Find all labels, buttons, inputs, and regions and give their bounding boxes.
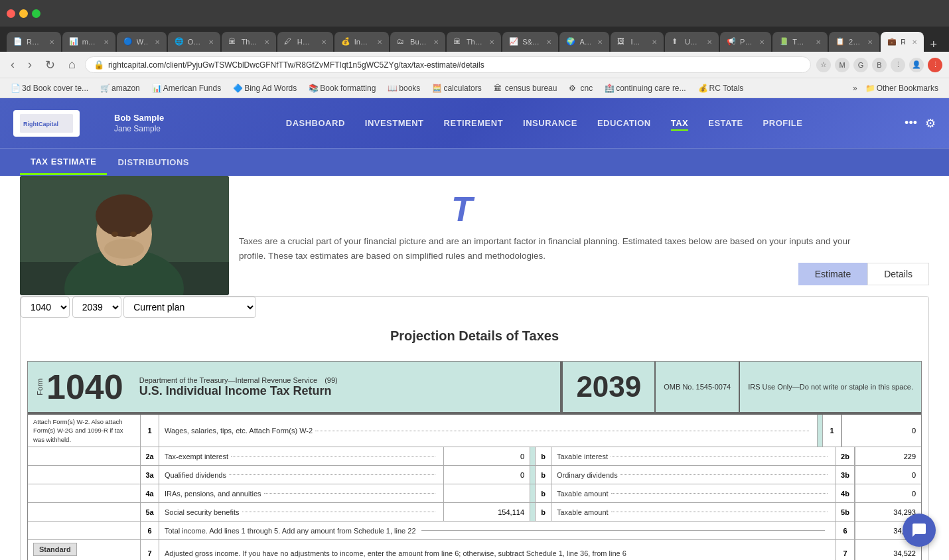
profile-icon[interactable]: 👤 bbox=[909, 58, 924, 72]
bookmark-cnc[interactable]: ⚙cnc bbox=[565, 82, 597, 94]
row-desc-2a: Tax-exempt interest bbox=[159, 447, 444, 465]
standard-badge: Standard bbox=[33, 543, 77, 556]
sub-nav-distributions[interactable]: DISTRIBUTIONS bbox=[107, 151, 200, 174]
bookmark-census[interactable]: 🏛census bureau bbox=[490, 82, 561, 94]
form-1040: Form 1040 Department of the Treasury—Int… bbox=[27, 361, 922, 560]
nav-investment[interactable]: INVESTMENT bbox=[365, 115, 424, 131]
plan-dropdown[interactable]: Current plan bbox=[123, 297, 256, 318]
browser-tab-t5[interactable]: 🏛The U✕ bbox=[222, 32, 276, 52]
details-button[interactable]: Details bbox=[867, 263, 929, 285]
row-num-right-5b: 5b bbox=[836, 503, 855, 521]
row-full-6: Total income. Add lines 1 through 5. Add… bbox=[159, 522, 836, 539]
browser-tab-t11[interactable]: 🌍Afric✕ bbox=[559, 32, 609, 52]
logo-area: RightCapital bbox=[13, 110, 80, 137]
extensions-menu[interactable]: ⋮ bbox=[891, 58, 905, 72]
nav-insurance[interactable]: INSURANCE bbox=[523, 115, 577, 131]
bookmark-continuing-care[interactable]: 🏥continuing care re... bbox=[601, 82, 690, 94]
nav-dashboard[interactable]: DASHBOARD bbox=[286, 115, 345, 131]
browser-tab-t1[interactable]: 📄Retire✕ bbox=[7, 32, 61, 52]
bookmark-books[interactable]: 📖books bbox=[384, 82, 424, 94]
browser-tab-t13[interactable]: ⬆Uploa✕ bbox=[665, 32, 719, 52]
bookmark-rc-totals[interactable]: 💰RC Totals bbox=[694, 82, 748, 94]
nav-tax[interactable]: TAX bbox=[671, 115, 689, 131]
lock-icon: 🔒 bbox=[94, 60, 104, 70]
row-b-desc-2: Taxable interest bbox=[551, 447, 836, 465]
svg-text:RightCapital: RightCapital bbox=[23, 121, 58, 127]
sub-nav-tax-estimate[interactable]: TAX ESTIMATE bbox=[20, 150, 107, 175]
estimate-button[interactable]: Estimate bbox=[798, 263, 867, 285]
browser-tab-t10[interactable]: 📈S&P E✕ bbox=[502, 32, 558, 52]
extension-icon-3[interactable]: B bbox=[872, 58, 887, 72]
address-bar[interactable]: 🔒 rightcapital.com/client/PyjuGwTSWCblDw… bbox=[85, 56, 811, 73]
browser-tab-t15[interactable]: 📗Two B✕ bbox=[772, 32, 828, 52]
extension-icon-1[interactable]: M bbox=[835, 58, 849, 72]
browser-chrome: 📄Retire✕ 📊mann✕ 🔵Why✕ 🌐Optin✕ 🏛The U✕ 🖊H… bbox=[0, 0, 949, 98]
reload-button[interactable]: ↻ bbox=[41, 56, 59, 74]
back-button[interactable]: ‹ bbox=[7, 56, 19, 73]
bookmark-bing-adwords[interactable]: 🔷Bing Ad Words bbox=[229, 82, 301, 94]
bookmark-american-funds[interactable]: 📊American Funds bbox=[148, 82, 225, 94]
home-button[interactable]: ⌂ bbox=[64, 56, 80, 73]
nav-retirement[interactable]: RETIREMENT bbox=[444, 115, 504, 131]
row-num-1: 1 bbox=[141, 415, 159, 447]
bookmark-3d-book[interactable]: 📄3d Book cover te... bbox=[7, 82, 92, 94]
form-vertical-label: Form bbox=[36, 378, 44, 395]
form-agency: Department of the Treasury—Internal Reve… bbox=[131, 362, 562, 412]
browser-tab-t4[interactable]: 🌐Optin✕ bbox=[168, 32, 220, 52]
browser-tab-t6[interactable]: 🖊HUGE✕ bbox=[277, 32, 333, 52]
chat-button[interactable] bbox=[903, 514, 936, 547]
bookmark-star-icon[interactable]: ☆ bbox=[816, 58, 831, 72]
browser-tab-t16[interactable]: 📋26 U✕ bbox=[829, 32, 879, 52]
browser-tab-t14[interactable]: 📢Publi✕ bbox=[720, 32, 771, 52]
form-row-1: Attach Form(s) W-2. Also attach Form(s) … bbox=[28, 415, 921, 447]
nav-estate[interactable]: ESTATE bbox=[708, 115, 743, 131]
nav-education[interactable]: EDUCATION bbox=[597, 115, 651, 131]
forward-button[interactable]: › bbox=[24, 56, 36, 73]
more-menu-button[interactable]: ••• bbox=[905, 116, 917, 130]
year-dropdown[interactable]: 2039 bbox=[72, 297, 121, 318]
row-desc-1: Wages, salaries, tips, etc. Attach Form(… bbox=[159, 415, 818, 447]
logo-box: RightCapital bbox=[13, 110, 80, 137]
row-b-label-2: b bbox=[536, 447, 551, 465]
bookmark-other[interactable]: 📁Other Bookmarks bbox=[861, 82, 942, 94]
row-num-6: 6 bbox=[141, 522, 159, 539]
row-num-5a: 5a bbox=[141, 503, 159, 521]
browser-tab-t2[interactable]: 📊mann✕ bbox=[62, 32, 115, 52]
maximize-button[interactable] bbox=[32, 9, 40, 18]
bookmark-book-formatting[interactable]: 📚Book formatting bbox=[305, 82, 380, 94]
row-input-2a: 0 bbox=[444, 447, 530, 465]
more-bookmarks-button[interactable]: » bbox=[853, 84, 857, 93]
bookmark-amazon[interactable]: 🛒amazon bbox=[96, 82, 144, 94]
row-value-1: 0 bbox=[841, 415, 921, 447]
bookmark-calculators[interactable]: 🧮calculators bbox=[428, 82, 485, 94]
nav-profile[interactable]: PROFILE bbox=[763, 115, 803, 131]
new-tab-button[interactable]: + bbox=[925, 38, 943, 52]
browser-tab-t7[interactable]: 💰Incom✕ bbox=[334, 32, 389, 52]
row-num-right-1: 1 bbox=[823, 415, 841, 447]
extension-icon-2[interactable]: G bbox=[853, 58, 868, 72]
form-type-dropdown[interactable]: 1040 bbox=[21, 297, 70, 318]
row-b-label-4: b bbox=[536, 484, 551, 502]
browser-tab-t3[interactable]: 🔵Why✕ bbox=[117, 32, 167, 52]
url-text: rightcapital.com/client/PyjuGwTSWCblDwcG… bbox=[108, 60, 484, 70]
row-num-right-7: 7 bbox=[836, 540, 855, 560]
minimize-button[interactable] bbox=[19, 9, 28, 18]
row-b-desc-4: Taxable amount bbox=[551, 484, 836, 502]
settings-button[interactable]: ⚙ bbox=[925, 116, 936, 131]
form-row-6: 6 Total income. Add lines 1 through 5. A… bbox=[28, 522, 921, 540]
form-row-2: 2a Tax-exempt interest 0 b Taxable inter… bbox=[28, 447, 921, 466]
menu-button[interactable]: ⋮ bbox=[928, 58, 942, 72]
browser-tab-t12[interactable]: 🖼Imagi✕ bbox=[611, 32, 663, 52]
form-omb: OMB No. 1545-0074 bbox=[656, 362, 740, 412]
svg-point-10 bbox=[104, 239, 144, 259]
svg-point-9 bbox=[130, 232, 137, 237]
row-b-label-3: b bbox=[536, 466, 551, 484]
browser-tab-active[interactable]: 💼Ri✕ bbox=[881, 32, 923, 52]
row-label-4 bbox=[28, 484, 141, 502]
browser-tab-t9[interactable]: 🏛The U✕ bbox=[447, 32, 501, 52]
browser-tab-t8[interactable]: 🗂Bucke✕ bbox=[390, 32, 445, 52]
client-name-primary: Bob Sample bbox=[114, 113, 164, 124]
close-button[interactable] bbox=[7, 9, 15, 18]
logo-image: RightCapital bbox=[20, 114, 73, 133]
form-row-5: 5a Social security benefits 154,114 b Ta… bbox=[28, 503, 921, 522]
